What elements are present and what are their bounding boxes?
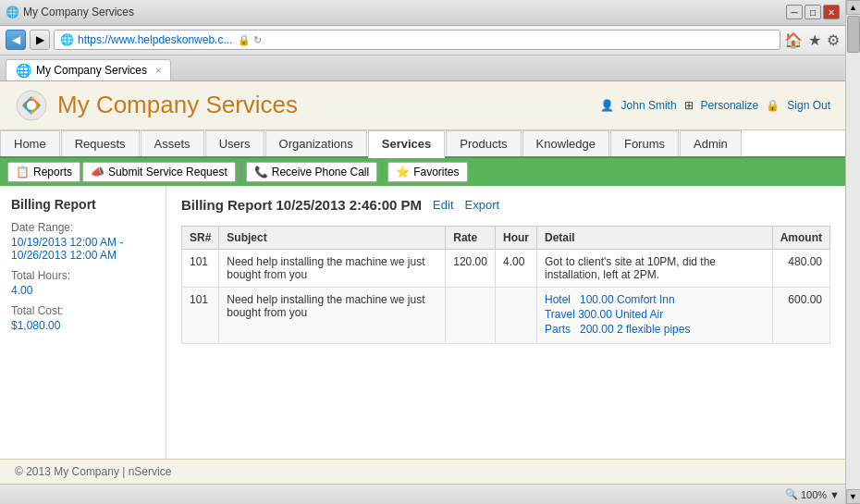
scrollbar[interactable]: ▲ ▼ — [845, 0, 860, 504]
nav-tab-users[interactable]: Users — [205, 130, 264, 156]
submit-icon: 📣 — [91, 166, 104, 178]
receive-phone-call-button[interactable]: 📞 Receive Phone Call — [246, 162, 377, 182]
export-link[interactable]: Export — [465, 198, 500, 212]
phone-icon: 📞 — [254, 166, 268, 178]
col-subject: Subject — [219, 226, 446, 249]
table-header-row: SR# Subject Rate Hour Detail Amount — [182, 226, 830, 249]
total-cost-label: Total Cost: — [11, 304, 154, 317]
nav-bar: ◀ ▶ 🌐 https://www.helpdeskonweb.c... 🔒 ↻… — [0, 26, 845, 55]
report-title: Billing Report 10/25/2013 2:46:00 PM — [181, 197, 422, 213]
table-row: 101 Need help installing the machine we … — [182, 287, 830, 343]
title-bar-title: 🌐 My Company Services — [6, 6, 134, 18]
url-text: https://www.helpdeskonweb.c... — [78, 33, 232, 46]
footer-copyright: © 2013 My Company | nService — [15, 465, 171, 478]
nav-tab-knowledge[interactable]: Knowledge — [522, 130, 609, 156]
maximize-button[interactable]: □ — [805, 5, 821, 19]
status-bar: 🔍 100% ▼ — [0, 484, 845, 504]
close-button[interactable]: ✕ — [823, 5, 840, 19]
signout-link[interactable]: Sign Out — [787, 99, 830, 112]
browser-title-icon: 🌐 — [6, 6, 19, 18]
nav-tab-requests[interactable]: Requests — [61, 130, 140, 156]
favorites-button[interactable]: ⭐ Favorites — [387, 162, 467, 182]
col-hour: Hour — [495, 226, 536, 249]
scroll-up-button[interactable]: ▲ — [846, 0, 861, 15]
address-bar[interactable]: 🌐 https://www.helpdeskonweb.c... 🔒 ↻ — [54, 30, 780, 50]
favorites-star-icon[interactable]: ★ — [808, 31, 821, 49]
row2-detail: Hotel 100.00 Comfort Inn Travel 300.00 U… — [536, 287, 772, 343]
row1-sr: 101 — [182, 249, 219, 287]
nav-tab-products[interactable]: Products — [446, 130, 521, 156]
nav-tab-organizations[interactable]: Organizations — [265, 130, 367, 156]
col-rate: Rate — [446, 226, 496, 249]
scroll-track[interactable] — [846, 15, 860, 489]
logo-area: My Company Services — [15, 89, 298, 122]
tab-bar: 🌐 My Company Services × — [0, 55, 845, 81]
total-cost-value: $1,080.00 — [11, 319, 154, 332]
row2-subject: Need help installing the machine we just… — [219, 287, 446, 343]
tab-favicon: 🌐 — [16, 63, 31, 78]
col-detail: Detail — [536, 226, 772, 249]
date-range-value: 10/19/2013 12:00 AM -10/26/2013 12:00 AM — [11, 236, 154, 262]
sidebar-title: Billing Report — [11, 197, 154, 212]
page-footer: © 2013 My Company | nService — [0, 459, 845, 484]
zoom-area: 🔍 100% ▼ — [785, 488, 840, 500]
row2-amount: 600.00 — [772, 287, 829, 343]
refresh-icon[interactable]: ↻ — [253, 34, 262, 46]
scroll-down-button[interactable]: ▼ — [846, 489, 861, 504]
nav-tab-home[interactable]: Home — [0, 130, 60, 156]
browser-tab-active[interactable]: 🌐 My Company Services × — [6, 59, 171, 80]
total-hours-value: 4.00 — [11, 284, 154, 297]
browser-nav-icons: 🏠 ★ ⚙ — [784, 31, 840, 49]
address-icon: 🌐 — [60, 33, 74, 46]
ssl-icon: 🔒 — [238, 34, 251, 46]
content-area: Billing Report Date Range: 10/19/2013 12… — [0, 186, 845, 459]
user-links: 👤 John Smith ⊞ Personalize 🔒 Sign Out — [600, 99, 830, 112]
table-row: 101 Need help installing the machine we … — [182, 249, 830, 287]
sidebar: Billing Report Date Range: 10/19/2013 12… — [0, 186, 166, 459]
submit-service-request-button[interactable]: 📣 Submit Service Request — [82, 162, 236, 182]
date-range-label: Date Range: — [11, 221, 154, 234]
browser-title-text: My Company Services — [23, 6, 134, 18]
scroll-thumb[interactable] — [847, 16, 860, 53]
edit-link[interactable]: Edit — [433, 198, 453, 212]
main-nav: Home Requests Assets Users Organizations… — [0, 130, 845, 158]
toolbar-separator — [240, 163, 241, 181]
forward-button[interactable]: ▶ — [30, 30, 50, 50]
user-name-link[interactable]: John Smith — [621, 99, 677, 112]
nav-tab-assets[interactable]: Assets — [141, 130, 204, 156]
row1-hour: 4.00 — [495, 249, 536, 287]
lock-icon: 🔒 — [766, 99, 780, 112]
row2-sr: 101 — [182, 287, 219, 343]
detail-line-3: Parts 200.00 2 flexible pipes — [545, 323, 765, 336]
nav-tab-services[interactable]: Services — [368, 130, 446, 158]
toolbar: 📋 Reports 📣 Submit Service Request 📞 Rec… — [0, 158, 845, 186]
zoom-icon: 🔍 — [785, 488, 798, 500]
tab-label: My Company Services — [36, 64, 147, 77]
page-header: My Company Services 👤 John Smith ⊞ Perso… — [0, 81, 845, 130]
back-button[interactable]: ◀ — [6, 30, 26, 50]
row2-rate — [446, 287, 496, 343]
zoom-dropdown-icon[interactable]: ▼ — [829, 489, 840, 500]
nav-tab-admin[interactable]: Admin — [680, 130, 742, 156]
nav-tab-forums[interactable]: Forums — [610, 130, 679, 156]
home-icon[interactable]: 🏠 — [784, 31, 803, 49]
reports-button[interactable]: 📋 Reports — [7, 162, 80, 182]
reports-icon: 📋 — [16, 166, 30, 178]
tab-close-button[interactable]: × — [155, 65, 161, 76]
page-content: My Company Services 👤 John Smith ⊞ Perso… — [0, 81, 845, 484]
billing-table: SR# Subject Rate Hour Detail Amount — [181, 226, 830, 344]
window-controls: ─ □ ✕ — [786, 5, 840, 19]
personalize-link[interactable]: Personalize — [701, 99, 759, 112]
row1-subject: Need help installing the machine we just… — [219, 249, 446, 287]
title-bar: 🌐 My Company Services ─ □ ✕ — [0, 0, 845, 26]
toolbar-separator-2 — [382, 163, 383, 181]
main-content: Billing Report 10/25/2013 2:46:00 PM 10/… — [166, 186, 845, 459]
col-sr: SR# — [182, 226, 219, 249]
settings-icon[interactable]: ⚙ — [827, 31, 840, 49]
detail-line-1: Hotel 100.00 Comfort Inn — [545, 293, 765, 306]
row1-amount: 480.00 — [772, 249, 829, 287]
page-title: My Company Services — [57, 91, 298, 119]
minimize-button[interactable]: ─ — [786, 5, 803, 19]
col-amount: Amount — [772, 226, 829, 249]
logo-icon — [15, 89, 48, 122]
